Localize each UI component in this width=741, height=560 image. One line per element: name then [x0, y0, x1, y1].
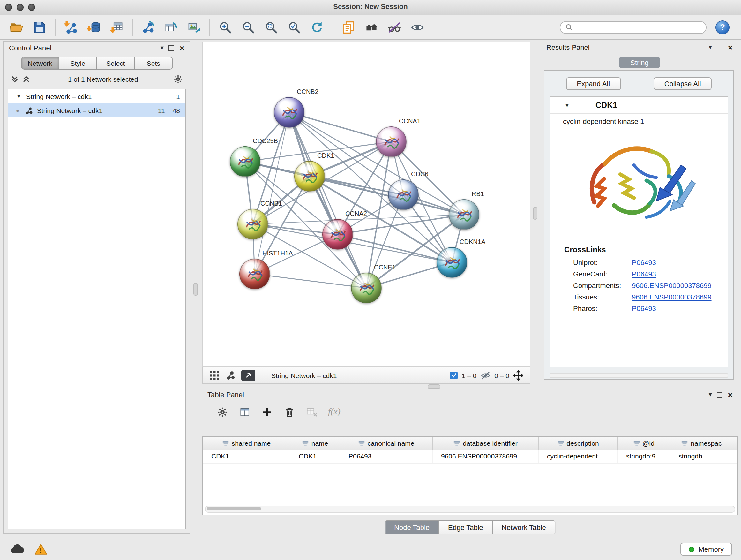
collapse-all-chevrons-icon[interactable] [22, 75, 30, 84]
network-from-table-button[interactable] [161, 17, 181, 37]
network-canvas[interactable]: CCNB2CCNA1CDC25BCDK1CDC6RB1CCNB1CCNA2CDK… [202, 42, 530, 367]
tab-sets[interactable]: Sets [135, 57, 172, 69]
table-cell[interactable]: 9606.ENSP00000378699 [433, 450, 539, 463]
table-cell[interactable]: cyclin-dependent ... [539, 450, 618, 463]
network-node-CDC6[interactable] [388, 179, 419, 210]
table-options-button[interactable] [216, 406, 228, 418]
table-column-header[interactable]: database identifier [433, 437, 539, 449]
show-all-button[interactable] [408, 17, 427, 37]
crosslink-uniprot[interactable]: P06493 [632, 259, 656, 266]
tab-network-table[interactable]: Network Table [493, 521, 555, 534]
panel-menu-caret-icon[interactable]: ▾ [709, 44, 712, 51]
selected-checkbox-icon[interactable] [450, 371, 458, 379]
table-column-header[interactable]: namespac [670, 437, 733, 449]
network-node-CCNA2[interactable] [322, 219, 353, 250]
table-column-header[interactable]: name [290, 437, 340, 449]
network-overview-button[interactable] [225, 370, 235, 380]
home-button[interactable] [362, 17, 381, 37]
cloud-status-button[interactable] [9, 543, 25, 555]
tab-edge-table[interactable]: Edge Table [439, 521, 493, 534]
panel-menu-caret-icon[interactable]: ▾ [709, 391, 712, 398]
hide-selected-button[interactable] [385, 17, 404, 37]
close-panel-icon[interactable]: × [728, 390, 733, 399]
network-edge-CCNB2-CCNE1[interactable] [289, 112, 366, 288]
delete-table-button[interactable] [306, 406, 318, 418]
results-scrollbar[interactable] [549, 373, 728, 378]
crosslink-genecard[interactable]: P06493 [632, 270, 656, 278]
import-network-file-button[interactable] [61, 17, 80, 37]
scrollbar-thumb[interactable] [207, 507, 261, 510]
network-node-CCNB2[interactable] [274, 97, 305, 128]
refresh-button[interactable] [308, 17, 327, 37]
network-node-CDK1[interactable] [294, 161, 325, 192]
table-cell[interactable]: CDK1 [203, 450, 290, 463]
open-in-new-window-button[interactable] [241, 369, 255, 381]
function-builder-button[interactable]: f(x) [328, 407, 340, 417]
tab-network[interactable]: Network [21, 57, 59, 69]
float-panel-icon[interactable] [717, 392, 723, 397]
zoom-selected-button[interactable] [285, 17, 304, 37]
expand-all-chevrons-icon[interactable] [10, 75, 19, 84]
table-cell[interactable]: stringdb [670, 450, 733, 463]
bottom-splitter-handle[interactable] [428, 384, 441, 389]
float-panel-icon[interactable] [717, 44, 723, 50]
collapse-all-button[interactable]: Collapse All [654, 77, 712, 90]
tab-select[interactable]: Select [97, 57, 135, 69]
search-field[interactable] [560, 21, 706, 34]
tab-node-table[interactable]: Node Table [385, 521, 439, 534]
delete-column-button[interactable] [283, 406, 295, 418]
warnings-button[interactable] [35, 543, 47, 555]
import-table-button[interactable] [107, 17, 126, 37]
search-input[interactable] [576, 23, 701, 31]
network-list-options-button[interactable] [173, 74, 183, 84]
table-column-header[interactable]: canonical name [340, 437, 433, 449]
network-node-CDC25B[interactable] [230, 146, 260, 177]
table-cell[interactable]: stringdb:9... [618, 450, 670, 463]
zoom-out-button[interactable] [239, 17, 258, 37]
open-session-button[interactable] [7, 17, 26, 37]
crosslink-pharos[interactable]: P06493 [632, 305, 656, 312]
help-button[interactable]: ? [716, 20, 730, 34]
network-node-CCNA1[interactable] [376, 126, 407, 157]
close-panel-icon[interactable]: × [180, 44, 185, 52]
network-node-RB1[interactable] [449, 199, 479, 230]
network-edge-HIST1H1A-CCNE1[interactable] [255, 274, 366, 288]
table-column-header[interactable]: @id [618, 437, 670, 449]
network-node-CCNE1[interactable] [351, 273, 382, 303]
table-cell[interactable]: P06493 [340, 450, 433, 463]
hidden-eye-icon[interactable] [480, 370, 490, 380]
network-node-CDKN1A[interactable] [436, 247, 467, 278]
section-caret-icon[interactable]: ▾ [565, 102, 569, 109]
expand-all-button[interactable]: Expand All [566, 77, 621, 90]
fit-selected-button[interactable] [513, 370, 523, 380]
memory-button[interactable]: Memory [681, 543, 732, 556]
import-network-database-button[interactable] [84, 17, 104, 37]
tab-style[interactable]: Style [59, 57, 97, 69]
close-panel-icon[interactable]: × [728, 43, 733, 51]
right-splitter-handle[interactable] [533, 207, 537, 220]
tree-caret-icon[interactable]: ▾ [17, 93, 26, 100]
crosslink-compartments[interactable]: 9606.ENSP00000378699 [632, 282, 712, 289]
table-column-header[interactable]: description [539, 437, 618, 449]
zoom-in-button[interactable] [216, 17, 235, 37]
float-panel-icon[interactable] [169, 45, 175, 51]
add-column-button[interactable] [261, 406, 273, 418]
zoom-fit-button[interactable] [262, 17, 281, 37]
gene-section-header[interactable]: ▾ CDK1 [550, 97, 728, 114]
save-session-button[interactable] [30, 17, 49, 37]
export-image-button[interactable] [185, 17, 204, 37]
network-node-HIST1H1A[interactable] [239, 259, 270, 289]
new-network-button[interactable] [138, 17, 158, 37]
panel-menu-caret-icon[interactable]: ▾ [160, 45, 164, 51]
table-data-row[interactable]: CDK1CDK1P064939606.ENSP00000378699cyclin… [203, 450, 737, 463]
network-node-CCNB1[interactable] [238, 209, 268, 240]
show-columns-button[interactable] [239, 406, 251, 418]
table-column-header[interactable]: shared name [203, 437, 290, 449]
left-splitter-handle[interactable] [193, 283, 198, 296]
annotation-button[interactable] [339, 17, 358, 37]
network-collection-row[interactable]: ▾ String Network – cdk1 1 [8, 89, 185, 104]
table-cell[interactable]: CDK1 [290, 450, 340, 463]
table-horizontal-scrollbar[interactable] [205, 506, 735, 513]
crosslink-tissues[interactable]: 9606.ENSP00000378699 [632, 293, 712, 301]
tab-string[interactable]: String [619, 57, 660, 68]
